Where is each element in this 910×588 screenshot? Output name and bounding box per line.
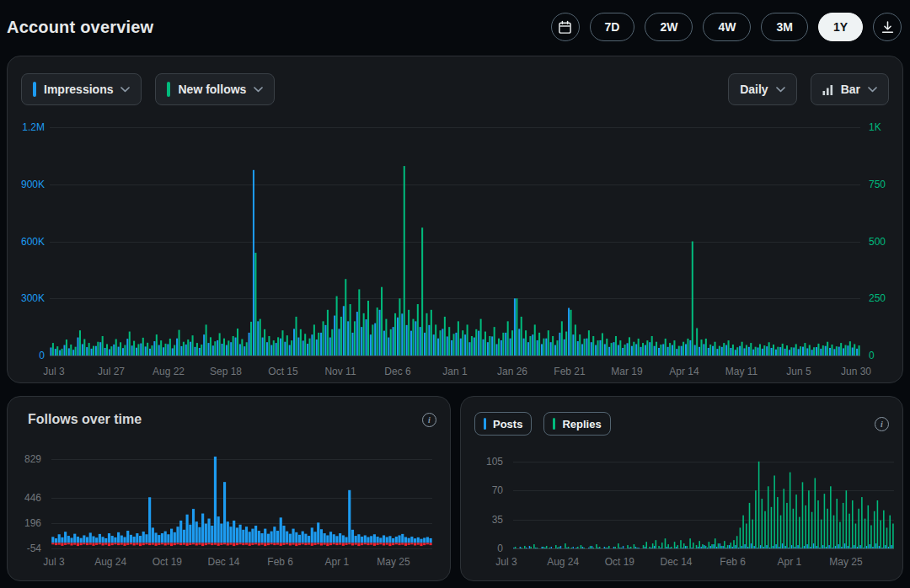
impressions-bar [203, 334, 205, 355]
impressions-bar [136, 348, 137, 355]
unfollows-bar [260, 543, 263, 544]
impressions-bar [99, 342, 101, 355]
new-follows-bar [507, 321, 509, 355]
impressions-bar [627, 343, 629, 355]
posts-bar [806, 544, 807, 548]
impressions-bar [806, 348, 808, 355]
unfollows-bar [205, 543, 207, 545]
impressions-bar [410, 331, 412, 355]
follows-bar [351, 530, 354, 543]
follows-bar [357, 534, 360, 543]
follows-bar [229, 527, 232, 543]
unfollows-bar [308, 543, 310, 544]
unfollows-bar [154, 543, 157, 545]
unfollows-bar [158, 543, 160, 544]
follows-x-axis-tick: Apr 1 [308, 556, 366, 568]
impressions-bar [276, 343, 277, 355]
impressions-bar [167, 344, 169, 355]
follows-bar [158, 535, 160, 543]
new-follows-bar [142, 338, 144, 355]
impressions-bar [699, 347, 700, 355]
replies-bar [752, 520, 753, 548]
unfollows-bar [161, 543, 163, 544]
posts-bar [513, 548, 514, 548]
follows-bar [339, 533, 341, 543]
replies-bar [864, 519, 866, 548]
impressions-bar [230, 342, 232, 355]
range-button-7d[interactable]: 7D [590, 13, 635, 41]
new-follows-bar [836, 346, 838, 355]
replies-bar [571, 548, 573, 548]
replies-bar [645, 542, 647, 548]
impressions-bar [577, 341, 579, 355]
new-follows-bar [286, 335, 288, 355]
new-follows-bar [151, 345, 153, 355]
range-button-3m[interactable]: 3M [761, 13, 807, 41]
posts-bar [891, 545, 891, 548]
download-button[interactable] [873, 13, 902, 41]
impressions-bar [109, 350, 110, 355]
unfollows-bar [51, 543, 54, 544]
follows-bar [207, 519, 210, 543]
unfollows-bar [326, 543, 329, 546]
impressions-bar [743, 348, 745, 355]
replies-bar [656, 540, 657, 548]
impressions-bar [207, 343, 209, 355]
new-follows-bar [97, 342, 99, 355]
unfollows-bar [395, 543, 398, 544]
replies-bar [870, 525, 872, 548]
impressions-bar [510, 339, 511, 355]
impressions-bar [383, 331, 385, 355]
new-follows-bar [682, 342, 684, 355]
new-follows-bar [250, 322, 252, 355]
replies-bar [677, 545, 679, 548]
unfollows-bar [164, 543, 167, 545]
follows-bar [211, 526, 213, 543]
range-button-4w[interactable]: 4W [703, 13, 751, 41]
new-follows-bar [309, 339, 311, 355]
range-button-1y[interactable]: 1Y [818, 13, 863, 41]
chart-canvas [51, 452, 432, 550]
follows-bar [355, 536, 357, 543]
posts-bar [816, 546, 817, 548]
posts-bar [560, 546, 561, 548]
unfollows-bar [77, 543, 79, 546]
new-follows-bar [732, 345, 734, 355]
follows-bar [267, 534, 270, 543]
impressions-bar [253, 170, 254, 355]
replies-bar [537, 548, 538, 548]
new-follows-bar [183, 342, 185, 355]
range-button-2w[interactable]: 2W [645, 13, 693, 41]
unfollows-bar [245, 543, 248, 544]
new-follows-bar [268, 336, 270, 355]
new-follows-bar [75, 347, 77, 355]
follows-bar [70, 537, 72, 543]
unfollows-bar [408, 543, 410, 544]
new-follows-bar [673, 340, 675, 355]
new-follows-bar [179, 330, 180, 355]
impressions-bar [554, 345, 556, 355]
posts-bar [782, 543, 783, 548]
calendar-button[interactable] [551, 13, 580, 41]
impressions-bar [496, 344, 498, 355]
follows-bar [61, 537, 63, 543]
posts-bar [685, 546, 686, 548]
new-follows-bar [656, 342, 657, 355]
follows-bar [148, 497, 151, 543]
new-follows-bar [651, 336, 653, 355]
new-follows-bar [254, 253, 256, 355]
posts-bar [788, 548, 789, 548]
new-follows-bar [426, 313, 427, 355]
topbar: Account overview 7D 2W 4W 3M 1Y [0, 0, 910, 54]
follows-bar [214, 457, 217, 543]
follows-bar [386, 537, 388, 543]
replies-bar [627, 545, 629, 548]
unfollows-bar [313, 543, 316, 544]
new-follows-bar [827, 342, 828, 355]
impressions-bar [180, 346, 182, 355]
follows-bar [308, 536, 310, 543]
new-follows-bar [201, 345, 202, 355]
follows-bar [86, 537, 88, 543]
unfollows-bar [211, 543, 213, 545]
impressions-bar [122, 348, 124, 355]
